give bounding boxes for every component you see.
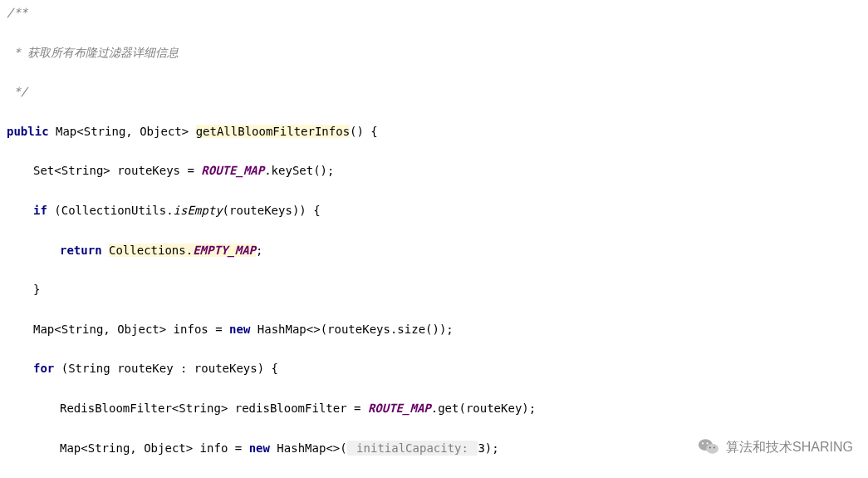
routekeys-decl: Set<String> routeKeys = ROUTE_MAP.keySet… [7,161,861,181]
bloomfilter-decl: RedisBloomFilter<String> redisBloomFilte… [7,399,861,419]
watermark-text: 算法和技术SHARING [726,436,853,458]
wechat-icon [698,437,719,456]
svg-point-3 [707,443,709,445]
svg-point-2 [702,443,704,445]
if-close: } [7,280,861,300]
code-block: /** * 获取所有布隆过滤器详细信息 */ public Map<String… [7,3,861,478]
parameter-hint: initialCapacity: [347,441,478,456]
for-loop: for (String routeKey : routeKeys) { [7,359,861,379]
svg-point-1 [706,444,718,454]
watermark: 算法和技术SHARING [698,436,853,458]
return-empty: return Collections.EMPTY_MAP; [7,241,861,261]
svg-point-4 [709,447,711,449]
method-signature: public Map<String, Object> getAllBloomFi… [7,122,861,142]
javadoc-open: /** [7,3,861,23]
infos-decl: Map<String, Object> infos = new HashMap<… [7,320,861,340]
svg-point-5 [714,447,715,449]
if-empty: if (CollectionUtils.isEmpty(routeKeys)) … [7,201,861,221]
javadoc-desc: * 获取所有布隆过滤器详细信息 [7,43,861,63]
javadoc-close: */ [7,82,861,102]
